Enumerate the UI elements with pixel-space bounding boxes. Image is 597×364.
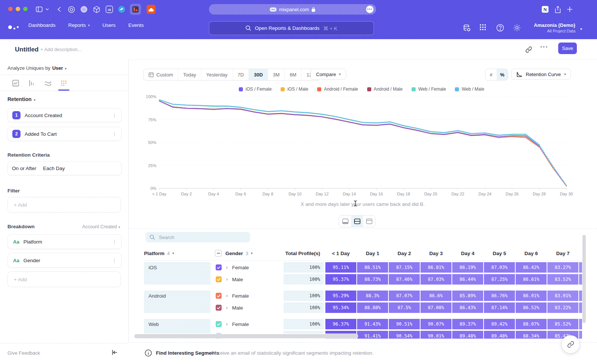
retention-value-cell[interactable]: 86.81% (421, 262, 451, 273)
retention-value-cell[interactable]: 86.01% (516, 291, 547, 301)
retention-value-cell[interactable]: 91.41% (357, 331, 388, 339)
range-3m[interactable]: 3M (268, 69, 285, 80)
retention-value-cell[interactable]: 87.14% (484, 302, 515, 313)
share-icon[interactable] (553, 4, 563, 14)
retention-step-card[interactable]: 2Added To Cart⋮ (7, 127, 122, 141)
criteria-on-or-after[interactable]: On or After (12, 166, 36, 171)
retention-value-cell[interactable]: 87.15% (389, 262, 420, 273)
horizontal-scrollbar[interactable] (134, 334, 357, 338)
retention-section-heading[interactable]: Retention▾ (7, 96, 35, 102)
js-app-icon[interactable]: JS (104, 4, 114, 14)
layout-chart-large-icon[interactable] (339, 216, 351, 227)
retention-value-cell[interactable]: 89.48% (484, 331, 515, 339)
gender-cell[interactable]: ›Female (215, 319, 279, 329)
expand-chevron-icon[interactable]: › (226, 293, 228, 298)
legend-item[interactable]: Android / Female (317, 87, 358, 92)
row-checkbox[interactable] (216, 264, 222, 270)
find-segments-link[interactable]: Find Interesting Segments (156, 350, 219, 356)
more-options-icon[interactable]: ··· (540, 44, 548, 50)
tab-insights-icon[interactable] (11, 79, 20, 88)
retention-value-cell[interactable]: 87.07% (389, 291, 420, 301)
retention-value-cell[interactable]: 83.22% (547, 302, 578, 313)
row-checkbox[interactable] (216, 305, 222, 311)
target-app-icon[interactable] (66, 4, 76, 14)
gender-cell[interactable]: ›Male (215, 302, 279, 313)
chart-type-dropdown[interactable]: Retention Curve▾ (511, 69, 571, 80)
retention-value-cell[interactable]: 95.29% (325, 291, 356, 301)
gender-cell[interactable]: ›Female (215, 291, 279, 301)
retention-value-cell[interactable]: 95.37% (325, 274, 356, 285)
filter-add-button[interactable]: + Add (7, 197, 121, 213)
range-today[interactable]: Today (178, 69, 201, 80)
expand-chevron-icon[interactable]: › (226, 265, 228, 270)
kebab-menu-icon[interactable]: ⋮ (112, 131, 117, 137)
give-feedback-link[interactable]: Give Feedback (7, 350, 40, 356)
retention-value-cell[interactable]: 86.52% (516, 302, 547, 313)
day-column-header[interactable]: Day 2 (389, 248, 420, 258)
retention-value-cell[interactable]: 86.43% (452, 302, 483, 313)
cube-app-icon[interactable] (92, 4, 101, 14)
legend-item[interactable]: iOS / Female (239, 87, 272, 92)
day-column-header[interactable]: Day 7 (547, 248, 578, 258)
maximize-window-button[interactable] (23, 7, 28, 11)
retention-value-cell[interactable]: 88.73% (357, 274, 388, 285)
retention-chart[interactable]: 0%25%50%75%100%< 1 DayDay 2Day 4Day 6Day… (143, 92, 576, 199)
help-icon[interactable] (496, 24, 504, 32)
compare-button[interactable]: Compare▾ (310, 69, 346, 80)
save-button[interactable]: Save (558, 43, 577, 54)
retention-value-cell[interactable]: 90.54% (389, 331, 420, 339)
retention-value-cell[interactable]: 86.6% (421, 291, 451, 301)
avatar-app-icon[interactable]: m (79, 4, 89, 14)
retention-value-cell[interactable]: 85.89% (452, 291, 483, 301)
retention-value-cell[interactable]: 91.43% (357, 319, 388, 329)
row-checkbox[interactable] (216, 293, 222, 299)
range-7d[interactable]: 7D (233, 69, 249, 80)
range-yesterday[interactable]: Yesterday (201, 69, 233, 80)
tab-flows-icon[interactable] (43, 79, 52, 88)
range-custom[interactable]: Custom (144, 69, 178, 80)
platform-cell[interactable]: iOS (144, 262, 210, 285)
day-column-header[interactable]: Day 6 (516, 248, 547, 258)
kebab-menu-icon[interactable]: ⋮ (112, 113, 117, 118)
chevron-down-icon[interactable] (44, 4, 50, 14)
range-30d[interactable]: 30D (249, 69, 268, 80)
copy-link-icon[interactable] (525, 46, 532, 53)
platform-cell[interactable]: Android (144, 291, 210, 313)
project-switcher[interactable]: Amazonia {Demo} All Project Data (534, 22, 575, 33)
retention-criteria-card[interactable]: On or After Each Day (7, 161, 122, 175)
sidebar-toggle-icon[interactable] (34, 4, 44, 14)
journal-app-icon[interactable] (130, 4, 141, 15)
retention-value-cell[interactable]: 83.01% (547, 291, 578, 301)
retention-value-cell[interactable]: 90.07% (421, 319, 451, 329)
window-controls[interactable] (8, 7, 28, 11)
site-options-icon[interactable]: ••• (366, 6, 373, 13)
legend-item[interactable]: iOS / Male (281, 87, 308, 92)
analyze-uniques-by[interactable]: Analyze Uniques byUser▾ (7, 65, 66, 71)
retention-value-cell[interactable]: 90.51% (389, 319, 420, 329)
legend-item[interactable]: Android / Male (367, 87, 403, 92)
retention-step-card[interactable]: 1Account Created⋮ (7, 108, 122, 122)
retention-value-cell[interactable]: 96.37% (325, 319, 356, 329)
retention-value-cell[interactable]: 86.44% (452, 274, 483, 285)
share-link-button[interactable] (562, 335, 579, 353)
gender-cell[interactable]: ›Female (215, 262, 279, 273)
expand-chevron-icon[interactable]: › (226, 277, 228, 282)
back-icon[interactable] (54, 4, 64, 14)
total-column-header[interactable]: Total Profile(s) (284, 248, 324, 258)
collapse-sidebar-icon[interactable] (112, 349, 118, 355)
retention-value-cell[interactable]: 89.42% (484, 319, 515, 329)
mixpanel-logo[interactable] (8, 25, 19, 29)
nav-item-users[interactable]: Users (103, 22, 116, 28)
day-column-header[interactable]: Day 5 (484, 248, 515, 258)
global-search-button[interactable]: Open Reports & Dashboards ⌘ + K (209, 21, 374, 35)
retention-value-cell[interactable]: 86.76% (484, 291, 515, 301)
swirl-app-icon[interactable] (117, 4, 126, 14)
row-checkbox[interactable] (216, 321, 222, 327)
layout-split-icon[interactable] (351, 216, 363, 227)
retention-value-cell[interactable]: 86.42% (516, 262, 547, 273)
retention-value-cell[interactable]: 87.25% (484, 274, 515, 285)
retention-value-cell[interactable]: 86.19% (452, 262, 483, 273)
step-event-name[interactable]: Added To Cart (25, 131, 112, 137)
retention-value-cell[interactable]: 85.52% (547, 319, 578, 329)
day-column-header[interactable]: < 1 Day (325, 248, 356, 258)
